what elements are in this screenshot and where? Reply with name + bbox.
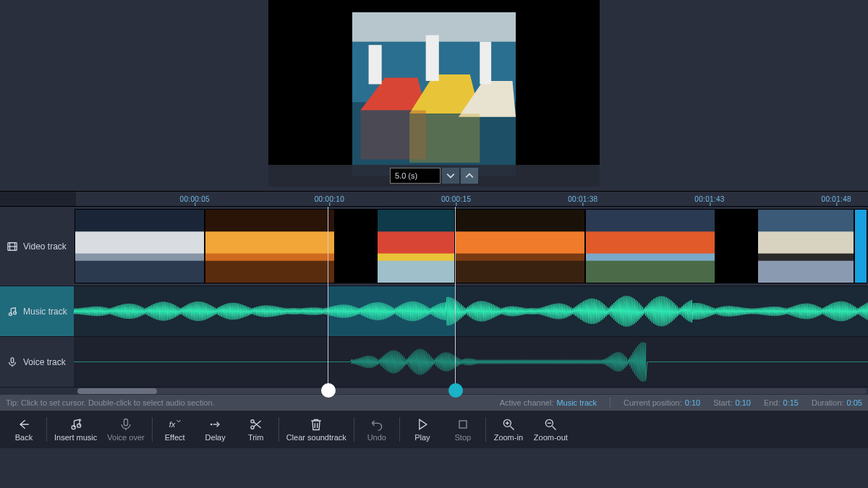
svg-rect-44 [716,261,757,283]
microphone-icon [119,417,133,432]
svg-rect-64 [459,421,467,428]
ruler-tick: 00:01:43 [694,192,724,206]
voice-waveform [74,337,868,387]
video-clip[interactable] [758,210,854,283]
svg-rect-56 [124,419,127,426]
svg-rect-4 [426,35,439,81]
svg-line-70 [553,427,556,430]
microphone-icon [7,357,17,367]
svg-point-13 [14,311,17,314]
video-clip[interactable] [586,210,715,283]
voice-track-row[interactable] [74,337,868,388]
zoom-in-icon [501,417,516,432]
svg-rect-5 [480,42,491,85]
ruler-tick: 00:00:10 [315,192,344,206]
preview-frame [268,0,600,187]
video-track-text: Video track [23,241,67,252]
clip-duration-input[interactable] [390,168,441,184]
video-clip[interactable] [855,210,867,283]
scissors-icon [249,417,263,432]
tip-text: Tip: Click to set cursor. Double-click t… [6,398,487,407]
svg-rect-51 [855,231,867,253]
svg-rect-43 [716,231,757,253]
zoom-out-button[interactable]: Zoom-out [529,412,572,447]
svg-point-53 [72,426,75,429]
svg-rect-32 [378,261,454,283]
undo-icon [370,417,384,432]
music-track-label[interactable]: Music track [0,286,74,337]
svg-rect-3 [369,45,382,84]
ruler-tick: 00:01:48 [822,192,851,206]
play-button[interactable]: Play [403,412,442,447]
effect-button[interactable]: fx Effect [156,412,195,447]
ruler-tick: 00:00:05 [180,192,210,206]
timeline-tracks: Video track Music track Voice track [0,207,868,388]
svg-rect-31 [378,231,454,253]
svg-rect-47 [758,231,854,253]
svg-rect-7 [409,114,480,163]
video-clip[interactable] [378,210,454,283]
insert-music-button[interactable]: Insert music [50,412,101,447]
duration-decrease-button[interactable] [442,168,459,184]
track-rows[interactable] [74,207,868,388]
video-clip[interactable] [456,210,584,283]
video-clip[interactable] [716,210,757,283]
horizontal-scrollbar[interactable] [0,388,868,395]
video-clip[interactable] [205,210,334,283]
zoom-out-icon [543,417,558,432]
end-readout: End: 0:15 [764,398,799,407]
active-channel-readout: Active channel: Music track [500,398,597,407]
svg-rect-27 [336,231,376,253]
scrollbar-thumb[interactable] [77,388,157,394]
clear-soundtrack-button[interactable]: Clear soundtrack [282,412,351,447]
music-note-icon [7,307,17,317]
trim-button[interactable]: Trim [237,412,276,447]
delay-button[interactable]: Delay [196,412,235,447]
music-waveform [74,286,868,336]
back-button[interactable]: Back [4,412,43,447]
svg-rect-15 [11,357,14,362]
start-readout: Start: 0:10 [713,398,751,407]
video-track-label[interactable]: Video track [0,207,74,286]
music-track-row[interactable] [74,286,868,337]
svg-rect-39 [586,231,715,253]
preview-controls [268,165,600,187]
svg-rect-40 [586,261,715,283]
back-arrow-icon [17,417,31,432]
music-track-text: Music track [23,307,67,317]
undo-button: Undo [357,412,396,447]
svg-rect-35 [456,231,584,253]
fx-icon: fx [168,417,182,432]
ruler-body[interactable]: 00:00:0500:00:1000:00:1500:01:3800:01:43… [76,191,868,207]
ruler-gutter [0,191,76,207]
svg-rect-28 [336,261,376,283]
svg-point-59 [210,424,213,426]
duration-increase-button[interactable] [461,168,478,184]
svg-rect-24 [205,261,334,283]
music-plus-icon [69,417,83,432]
ruler-tick: 00:00:15 [441,192,471,206]
play-icon [415,417,430,432]
track-label-column: Video track Music track Voice track [0,207,74,388]
voice-track-label[interactable]: Voice track [0,337,74,388]
chevron-down-icon [446,171,455,180]
trash-icon [309,417,323,432]
svg-rect-48 [758,261,854,283]
stop-button: Stop [443,412,482,447]
current-position-readout: Current position: 0:10 [624,398,700,407]
timeline-ruler[interactable]: 00:00:0500:00:1000:00:1500:01:3800:01:43… [0,191,868,207]
video-clip[interactable] [75,210,204,283]
svg-rect-20 [75,261,204,283]
svg-point-54 [77,424,80,427]
zoom-in-button[interactable]: Zoom-in [489,412,528,447]
preview-image [352,12,516,176]
film-icon [7,241,17,252]
svg-rect-23 [205,231,334,253]
voice-over-button: Voice over [103,412,148,447]
video-track-row[interactable] [74,207,868,286]
duration-readout: Duration: 0:05 [812,398,862,407]
video-clip[interactable] [336,210,376,283]
svg-rect-52 [855,261,867,283]
svg-rect-19 [75,231,204,253]
svg-rect-36 [456,261,584,283]
